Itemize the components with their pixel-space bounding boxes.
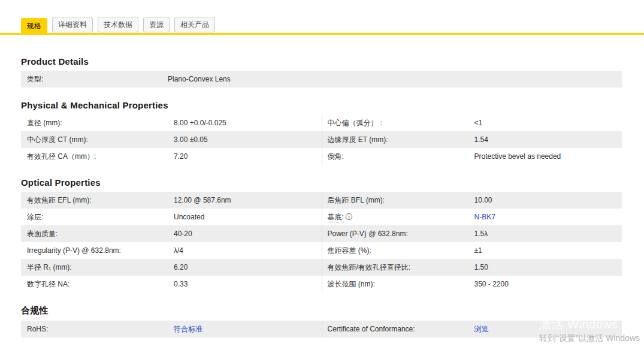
spec-row-ct-et: 中心厚度 CT (mm): 3.00 ±0.05 边缘厚度 ET (mm): 1… (21, 131, 622, 148)
spec-value: Plano-Convex Lens (168, 75, 231, 83)
spec-value: 0.33 (174, 280, 188, 288)
spec-value: 1.50 (474, 263, 488, 271)
spec-value: 6.20 (174, 263, 188, 271)
spec-cell: 涂层: Uncoated (21, 209, 322, 225)
spec-cell: RoHS: 符合标准 (21, 321, 322, 337)
spec-label: 焦距容差 (%): (328, 246, 474, 256)
windows-activation-watermark-subtitle: 转到“设置”以激活 Windows (539, 333, 640, 344)
spec-value: 40-20 (174, 230, 192, 238)
spec-label: 边缘厚度 ET (mm): (328, 135, 474, 145)
spec-cell: 焦距容差 (%): ±1 (322, 242, 622, 259)
tab-related-products[interactable]: 相关产品 (174, 17, 215, 32)
spec-cell: 数字孔径 NA: 0.33 (21, 276, 322, 292)
spec-cell: 有效焦距/有效孔径直径比: 1.50 (322, 259, 622, 276)
info-icon[interactable]: ⓘ (346, 213, 353, 221)
spec-cell: 有效焦距 EFL (mm): 12.00 @ 587.6nm (21, 192, 322, 209)
spec-row-ca-bevel: 有效孔径 CA（mm）: 7.20 倒角: Protective bevel a… (21, 148, 622, 165)
spec-value: λ/4 (174, 246, 183, 255)
spec-label: 有效焦距 EFL (mm): (27, 195, 174, 206)
tabs-underline (0, 33, 644, 35)
spec-cell: Power (P-V) @ 632.8nm: 1.5λ (322, 225, 622, 242)
physical-table: 直径 (mm): 8.00 +0.0/-0.025 中心偏（弧分）： <1 中心… (21, 114, 622, 165)
tab-detailed-info[interactable]: 详细资料 (52, 17, 93, 32)
spec-value: 7.20 (174, 152, 188, 161)
spec-label: 后焦距 BFL (mm): (328, 195, 474, 206)
spec-label: 有效焦距/有效孔径直径比: (328, 262, 474, 273)
spec-value: 12.00 @ 587.6nm (174, 196, 231, 204)
section-title-optical: Optical Properties (21, 177, 622, 188)
spec-row-coating-substrate: 涂层: Uncoated 基底:ⓘ N-BK7 (21, 209, 622, 225)
spec-cell: 基底:ⓘ N-BK7 (322, 209, 622, 225)
spec-label: 倒角: (328, 152, 474, 162)
spec-row-na-wavelength: 数字孔径 NA: 0.33 波长范围 (nm): 350 - 2200 (21, 276, 622, 292)
spec-row-radius-fnum: 半径 R₁ (mm): 6.20 有效焦距/有效孔径直径比: 1.50 (21, 259, 622, 276)
spec-label: 涂层: (27, 212, 174, 222)
spec-row-type: 类型: Plano-Convex Lens (21, 71, 622, 87)
section-title-physical: Physical & Mechanical Properties (21, 100, 622, 110)
spec-label: 类型: (21, 74, 168, 85)
spec-row-efl-bfl: 有效焦距 EFL (mm): 12.00 @ 587.6nm 后焦距 BFL (… (21, 192, 622, 209)
spec-label: Certificate of Conformance: (328, 325, 474, 333)
spec-label: 数字孔径 NA: (27, 279, 174, 289)
spec-value: 1.5λ (474, 230, 488, 238)
spec-cell: 边缘厚度 ET (mm): 1.54 (322, 131, 622, 148)
spec-cell: 有效孔径 CA（mm）: 7.20 (21, 148, 322, 165)
spec-cell: Irregularity (P-V) @ 632.8nm: λ/4 (21, 242, 322, 259)
spec-row-irregularity-tolerance: Irregularity (P-V) @ 632.8nm: λ/4 焦距容差 (… (21, 242, 622, 259)
spec-label: 中心厚度 CT (mm): (27, 135, 174, 145)
spec-cell: 中心厚度 CT (mm): 3.00 ±0.05 (21, 131, 322, 148)
spec-label: 直径 (mm): (27, 118, 174, 128)
section-title-compliance: 合规性 (21, 305, 622, 316)
spec-label: 半径 R₁ (mm): (27, 262, 174, 273)
spec-value: ±1 (474, 246, 482, 255)
spec-row-diameter-centration: 直径 (mm): 8.00 +0.0/-0.025 中心偏（弧分）： <1 (21, 114, 622, 131)
spec-label: 有效孔径 CA（mm）: (27, 152, 174, 162)
substrate-label[interactable]: 基底: (328, 213, 344, 222)
optical-table: 有效焦距 EFL (mm): 12.00 @ 587.6nm 后焦距 BFL (… (21, 192, 622, 292)
spec-label: Power (P-V) @ 632.8nm: (328, 230, 474, 238)
spec-value: <1 (474, 119, 483, 127)
substrate-link[interactable]: N-BK7 (474, 213, 495, 221)
tab-specifications[interactable]: 规格 (21, 18, 47, 33)
spec-value: 1.54 (474, 135, 488, 144)
compliance-table: RoHS: 符合标准 Certificate of Conformance: 浏… (21, 321, 622, 337)
spec-label: RoHS: (27, 325, 174, 333)
spec-value: 10.00 (474, 196, 492, 204)
spec-cell: 直径 (mm): 8.00 +0.0/-0.025 (21, 114, 322, 131)
windows-activation-watermark-title: 激活 Windows (539, 316, 618, 333)
spec-label: Irregularity (P-V) @ 632.8nm: (27, 246, 174, 255)
spec-value: Protective bevel as needed (474, 152, 561, 161)
spec-cell: 半径 R₁ (mm): 6.20 (21, 259, 322, 276)
spec-cell: 后焦距 BFL (mm): 10.00 (322, 192, 622, 209)
spec-label: 波长范围 (nm): (328, 279, 474, 289)
rohs-compliance-link[interactable]: 符合标准 (174, 324, 202, 334)
spec-cell: 波长范围 (nm): 350 - 2200 (322, 276, 622, 292)
spec-label: 表面质量: (27, 229, 174, 239)
spec-cell: 中心偏（弧分）： <1 (322, 114, 622, 131)
section-title-product-details: Product Details (21, 56, 622, 67)
spec-label: 中心偏（弧分）： (328, 118, 474, 128)
spec-cell: 倒角: Protective bevel as needed (322, 148, 622, 165)
tab-bar: 规格 详细资料 技术数据 资源 相关产品 (0, 0, 644, 33)
spec-value: 350 - 2200 (474, 280, 509, 288)
spec-row-rohs-coc: RoHS: 符合标准 Certificate of Conformance: 浏… (21, 321, 622, 337)
spec-row-surface-power: 表面质量: 40-20 Power (P-V) @ 632.8nm: 1.5λ (21, 225, 622, 242)
tab-resources[interactable]: 资源 (143, 17, 170, 32)
spec-value: Uncoated (174, 213, 204, 221)
spec-label-substrate: 基底:ⓘ (328, 212, 474, 222)
spec-value: 8.00 +0.0/-0.025 (174, 119, 226, 127)
spec-content: Product Details 类型: Plano-Convex Lens Ph… (0, 56, 644, 337)
coc-browse-link[interactable]: 浏览 (474, 324, 489, 334)
product-details-table: 类型: Plano-Convex Lens (21, 71, 622, 87)
tab-technical-data[interactable]: 技术数据 (98, 17, 138, 32)
spec-value: 3.00 ±0.05 (174, 135, 208, 144)
spec-cell: 表面质量: 40-20 (21, 225, 322, 242)
